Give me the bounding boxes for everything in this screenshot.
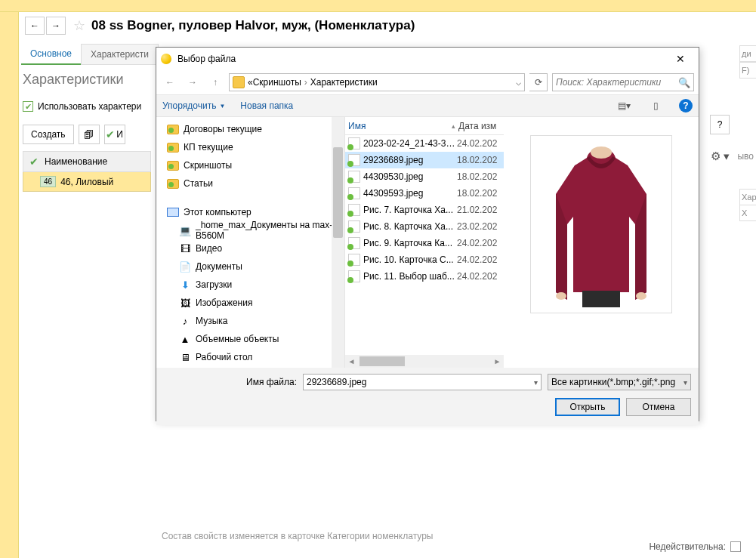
- file-date: 21.02.202: [457, 205, 497, 215]
- tree-item[interactable]: ▲Объемные объекты: [156, 330, 344, 348]
- filter-dropdown-icon[interactable]: ▾: [683, 378, 687, 387]
- tree-item[interactable]: ⬇Загрузки: [156, 276, 344, 294]
- forward-icon[interactable]: →: [184, 73, 202, 91]
- search-input[interactable]: [556, 77, 678, 88]
- filename-input[interactable]: [307, 377, 538, 387]
- file-row[interactable]: Рис. 8. Карточка Ха...23.02.202: [345, 218, 504, 235]
- file-hscroll[interactable]: ◄►: [345, 355, 504, 368]
- folder-icon: [167, 179, 179, 189]
- nav-back-button[interactable]: ←: [25, 17, 45, 35]
- breadcrumb-pre: «: [248, 77, 253, 88]
- chevron-down-icon[interactable]: ⌵: [516, 77, 521, 88]
- folder-tree[interactable]: Договоры текущиеКП текущиеСкриншотыСтать…: [156, 117, 345, 368]
- open-button[interactable]: Открыть: [555, 398, 620, 416]
- music-icon: ♪: [179, 315, 191, 327]
- tree-item[interactable]: Этот компьютер: [156, 203, 344, 221]
- file-date: 24.02.202: [457, 238, 497, 248]
- search-input-wrap[interactable]: 🔍: [552, 73, 694, 91]
- dialog-title: Выбор файла: [177, 54, 667, 64]
- file-row[interactable]: Рис. 7. Карточка Ха...21.02.202: [345, 202, 504, 218]
- folder-icon: [167, 143, 179, 153]
- save-icon: 🗐: [84, 128, 94, 140]
- file-list[interactable]: Имя▴ Дата изм 2023-02-24_21-43-31...24.0…: [345, 117, 504, 368]
- page-title: 08 ss Bogner, пуловер Halvor, муж, (Номе…: [91, 18, 415, 33]
- use-characteristics-label: Использовать характери: [38, 101, 141, 112]
- file-type-filter[interactable]: Все картинки(*.bmp;*.gif;*.png ▾: [548, 374, 691, 390]
- img-icon: 🖼: [179, 297, 191, 309]
- sort-asc-icon: ▴: [452, 122, 455, 130]
- up-icon[interactable]: ↑: [206, 73, 224, 91]
- tree-item-label: Рабочий стол: [196, 352, 252, 362]
- file-row[interactable]: Рис. 9. Карточка Ка...24.02.202: [345, 235, 504, 251]
- col-name[interactable]: Имя▴: [345, 117, 458, 134]
- ineffective-label: Недействительна:: [649, 541, 726, 552]
- file-row[interactable]: Рис. 11. Выбор шаб...24.02.202: [345, 268, 504, 285]
- new-folder-button[interactable]: Новая папка: [240, 100, 293, 111]
- filename-input-wrap[interactable]: ▾: [303, 374, 542, 390]
- tab-characteristics[interactable]: Характеристи: [81, 44, 159, 65]
- view-menu-icon[interactable]: ▤▾: [616, 99, 632, 113]
- settings-gear-icon[interactable]: ⚙ ▾: [711, 150, 730, 163]
- help-button[interactable]: ?: [710, 115, 730, 134]
- side-fragment-3: Хар: [739, 189, 756, 205]
- file-date: 23.02.202: [457, 221, 497, 232]
- apply-button[interactable]: ✔И: [104, 125, 125, 144]
- file-row[interactable]: 44309593.jpeg18.02.202: [345, 185, 504, 202]
- refresh-button[interactable]: ⟳: [529, 73, 548, 91]
- tree-item[interactable]: КП текущие: [156, 138, 344, 156]
- dialog-close-button[interactable]: ✕: [667, 50, 694, 68]
- tab-main[interactable]: Основное: [21, 44, 81, 65]
- file-name: Рис. 11. Выбор шаб...: [363, 271, 457, 282]
- list-header-label: Наименование: [45, 156, 107, 167]
- svg-point-3: [556, 292, 566, 300]
- list-row-1[interactable]: 46 46, Лиловый: [23, 172, 151, 192]
- size-tag: 46: [40, 176, 56, 187]
- tree-scrollbar[interactable]: [332, 117, 344, 368]
- image-file-icon: [348, 154, 360, 166]
- preview-pane-icon[interactable]: ▯: [647, 99, 664, 113]
- create-button[interactable]: Создать: [23, 125, 74, 144]
- file-date: 24.02.202: [457, 271, 497, 282]
- image-file-icon: [348, 137, 360, 150]
- svg-point-4: [636, 292, 646, 300]
- file-dialog: Выбор файла ✕ ← → ↑ « Скриншоты › Характ…: [156, 47, 699, 421]
- tree-item[interactable]: 📄Документы: [156, 257, 344, 276]
- tree-item[interactable]: Скриншоты: [156, 156, 344, 174]
- tree-item[interactable]: 💻_home_max_Документы на max-B560M: [156, 221, 344, 239]
- tree-item[interactable]: Статьи: [156, 174, 344, 193]
- doc-icon: 📄: [179, 261, 191, 273]
- tree-item-label: КП текущие: [184, 142, 233, 153]
- image-file-icon: [348, 220, 360, 233]
- file-row[interactable]: 44309530.jpeg18.02.202: [345, 168, 504, 185]
- tree-item[interactable]: Договоры текущие: [156, 120, 344, 138]
- favorite-star-icon[interactable]: ☆: [73, 17, 85, 34]
- copy-button[interactable]: 🗐: [79, 125, 100, 144]
- breadcrumb-2[interactable]: Характеристики: [310, 77, 378, 88]
- preview-pane: [504, 117, 699, 368]
- help-icon[interactable]: ?: [679, 99, 693, 113]
- 3d-icon: ▲: [179, 333, 191, 345]
- back-icon[interactable]: ←: [161, 73, 179, 91]
- tree-item[interactable]: 🎞Видео: [156, 239, 344, 257]
- breadcrumb-1[interactable]: Скриншоты: [253, 77, 301, 88]
- file-row[interactable]: 29236689.jpeg18.02.202: [345, 152, 504, 168]
- tree-item[interactable]: 🖥Рабочий стол: [156, 348, 344, 366]
- ineffective-checkbox[interactable]: [730, 541, 741, 552]
- folder-icon: [167, 161, 179, 171]
- breadcrumb-sep: ›: [304, 77, 307, 88]
- tree-item[interactable]: ♪Музыка: [156, 312, 344, 330]
- file-row[interactable]: 2023-02-24_21-43-31...24.02.202: [345, 135, 504, 152]
- cancel-button[interactable]: Отмена: [626, 398, 691, 416]
- use-characteristics-checkbox[interactable]: ✔: [23, 101, 33, 112]
- sweater-preview-svg: [537, 141, 665, 307]
- organize-menu[interactable]: Упорядочить▼: [162, 100, 225, 111]
- nav-fwd-button[interactable]: →: [46, 17, 66, 35]
- file-row[interactable]: Рис. 10. Карточка С...24.02.202: [345, 251, 504, 268]
- breadcrumb[interactable]: « Скриншоты › Характеристики ⌵: [229, 73, 525, 91]
- tree-item[interactable]: 🖼Изображения: [156, 294, 344, 312]
- col-date[interactable]: Дата изм: [458, 117, 504, 134]
- preview-image: [530, 135, 672, 313]
- side-fragment-4: Х: [739, 205, 756, 221]
- tree-item-label: Статьи: [184, 178, 213, 189]
- filename-dropdown-icon[interactable]: ▾: [534, 378, 538, 387]
